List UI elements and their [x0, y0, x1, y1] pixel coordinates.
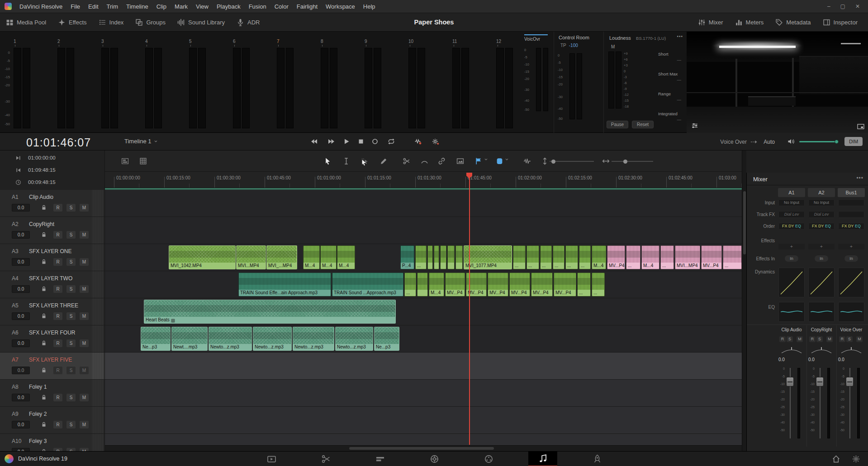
close-button[interactable]: ✕: [855, 3, 860, 9]
strip-gain-value[interactable]: 0.0: [808, 357, 815, 362]
audio-clip[interactable]: Ne...p3: [141, 327, 171, 351]
track-header-a1[interactable]: A1Clip Audio0.0RSM: [0, 190, 105, 217]
toolbar-button-sound-library[interactable]: Sound Library: [171, 13, 231, 31]
selection-tool[interactable]: [324, 157, 332, 165]
toolbar-button-mixer[interactable]: Mixer: [692, 13, 729, 31]
track-name[interactable]: Foley 3: [29, 438, 47, 444]
lock-icon[interactable]: [41, 313, 47, 319]
audio-clip[interactable]: TRAIN Sound ...Approach.mp3: [332, 273, 403, 297]
strip-record-button[interactable]: R: [809, 336, 816, 342]
playhead[interactable]: [469, 174, 470, 445]
audio-clip[interactable]: M...4: [641, 245, 659, 269]
track-name[interactable]: SFX LAYER TWO: [29, 275, 72, 282]
reset-button[interactable]: Reset: [632, 121, 654, 128]
menu-edit[interactable]: Edit: [84, 0, 102, 13]
track-header-a10[interactable]: A10Foley 30.0RSM: [0, 434, 105, 451]
audio-clip[interactable]: MV...P4: [554, 273, 576, 297]
toolbar-button-meters[interactable]: Meters: [729, 13, 770, 31]
lock-icon[interactable]: [41, 340, 47, 346]
automation-strip[interactable]: [92, 407, 103, 433]
strip-solo-button[interactable]: S: [846, 336, 853, 342]
audio-clip[interactable]: Newto...z.mp3: [293, 327, 334, 351]
flag-dropdown-icon[interactable]: [484, 157, 488, 161]
mixer-menu-icon[interactable]: •••: [856, 175, 863, 181]
lock-icon[interactable]: [41, 394, 47, 400]
track-grid-icon[interactable]: [139, 157, 147, 165]
preview-settings-icon[interactable]: [691, 122, 698, 129]
page-cut[interactable]: [311, 452, 340, 466]
track-solo-button[interactable]: S: [66, 204, 76, 212]
track-mute-button[interactable]: M: [80, 448, 89, 451]
horizontal-zoom-slider[interactable]: [612, 161, 653, 162]
audio-clip[interactable]: [447, 245, 455, 269]
play-button[interactable]: [343, 138, 350, 145]
track-solo-button[interactable]: S: [66, 367, 76, 374]
audio-clip[interactable]: ...: [404, 273, 416, 297]
track-mute-button[interactable]: M: [80, 231, 89, 239]
audio-clip[interactable]: Ne...p3: [374, 327, 399, 351]
automation-strip[interactable]: [92, 353, 103, 379]
scrollbar-handle[interactable]: [349, 447, 494, 450]
audio-clip[interactable]: ...: [592, 273, 605, 297]
track-fx-slot[interactable]: Dial Lev: [808, 211, 835, 218]
page-edit[interactable]: [365, 452, 394, 466]
page-fairlight[interactable]: [528, 452, 557, 466]
eq-graph[interactable]: [808, 302, 835, 322]
menu-view[interactable]: View: [192, 0, 213, 13]
track-record-arm-button[interactable]: R: [53, 394, 62, 401]
vertical-zoom-slider[interactable]: [550, 161, 594, 162]
track-name[interactable]: SFX LAYER THREE: [29, 302, 78, 309]
link-clips-icon[interactable]: [438, 157, 446, 165]
automation-strip[interactable]: [92, 217, 103, 244]
track-header-a3[interactable]: A3SFX LAYER ONE0.0RSM: [0, 244, 105, 271]
track-lane-a4[interactable]: TRAIN Sound Effe...ain Approach.mp3TRAIN…: [105, 271, 742, 298]
lock-icon[interactable]: [41, 231, 47, 238]
menu-playback[interactable]: Playback: [213, 0, 245, 13]
pan-control[interactable]: [809, 346, 834, 354]
track-solo-button[interactable]: S: [66, 258, 76, 266]
track-mute-button[interactable]: M: [80, 258, 89, 266]
menu-fusion[interactable]: Fusion: [245, 0, 270, 13]
timeline-selector[interactable]: Timeline 1: [124, 138, 158, 145]
track-lane-a1[interactable]: [105, 190, 742, 217]
order-chips[interactable]: FX DY EQ: [808, 223, 835, 230]
input-select[interactable]: [838, 199, 864, 206]
speaker-icon[interactable]: [787, 138, 795, 145]
skipstart-icon[interactable]: [15, 167, 21, 173]
auto-label[interactable]: Auto: [764, 139, 775, 145]
add-effect-slot[interactable]: +: [808, 244, 835, 249]
audio-clip[interactable]: ...: [526, 245, 539, 269]
toolbar-button-metadata[interactable]: Metadata: [769, 13, 816, 31]
track-mute-button[interactable]: M: [80, 312, 89, 320]
effects-in-button[interactable]: In: [815, 255, 828, 262]
menu-color[interactable]: Color: [270, 0, 293, 13]
track-gain-value[interactable]: 0.0: [12, 448, 30, 451]
track-record-arm-button[interactable]: R: [53, 258, 62, 266]
automation-strip[interactable]: [92, 325, 103, 352]
audio-clip[interactable]: [434, 245, 439, 269]
timeline-vertical-scrollbar[interactable]: [742, 151, 746, 451]
track-record-arm-button[interactable]: R: [53, 367, 62, 374]
track-record-arm-button[interactable]: R: [53, 231, 62, 239]
toolbar-button-index[interactable]: Index: [93, 13, 130, 31]
add-effect-slot[interactable]: +: [778, 244, 805, 249]
rewind-button[interactable]: [310, 138, 318, 145]
track-lane-a6[interactable]: Ne...p3Newt....mp3Newto...z.mp3Newto...z…: [105, 325, 742, 353]
volume-knob[interactable]: [835, 140, 839, 144]
track-name[interactable]: CopyRight: [29, 221, 54, 227]
track-record-arm-button[interactable]: R: [53, 204, 62, 212]
toolbar-button-inspector[interactable]: Inspector: [817, 13, 863, 31]
lock-icon[interactable]: [41, 286, 47, 292]
automation-strip[interactable]: [92, 434, 103, 451]
audio-clip[interactable]: MV...P4: [445, 273, 465, 297]
skipend-icon[interactable]: [15, 155, 21, 161]
track-solo-button[interactable]: S: [66, 285, 76, 293]
track-gain-value[interactable]: 0.0: [12, 339, 30, 347]
automation-strip[interactable]: [92, 271, 103, 298]
automation-strip[interactable]: [92, 244, 103, 271]
track-gain-value[interactable]: 0.0: [12, 204, 30, 212]
audio-clip[interactable]: Newto...z.mp3: [335, 327, 373, 351]
track-name[interactable]: Clip Audio: [29, 194, 53, 200]
track-lane-a2[interactable]: [105, 217, 742, 244]
track-lane-a5[interactable]: Heart Beats: [105, 298, 742, 325]
